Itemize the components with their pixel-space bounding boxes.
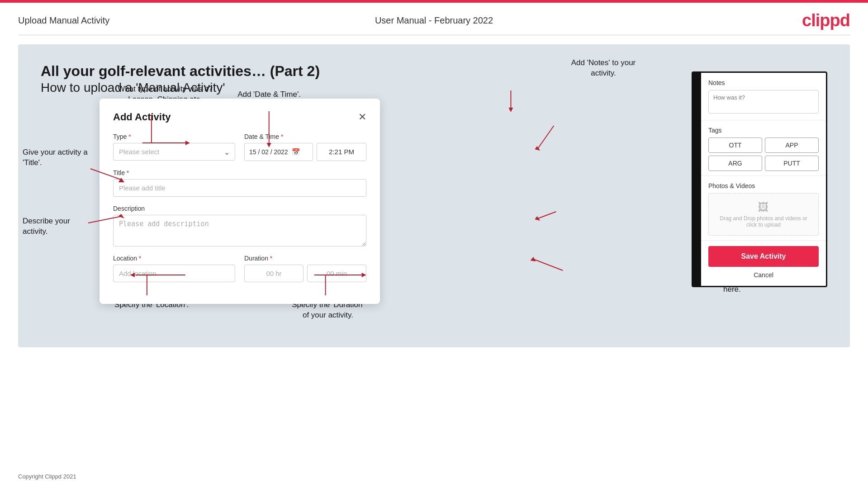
upload-area[interactable]: 🖼 Drag and Drop photos and videos or cli…: [708, 193, 819, 236]
ann-notes: Add 'Notes' to your activity.: [551, 58, 655, 79]
svg-line-19: [538, 212, 556, 218]
title-label: Title *: [113, 169, 366, 176]
title-required-star: *: [125, 169, 129, 176]
ann-description: Describe your activity.: [23, 216, 95, 237]
header-subtitle: User Manual - February 2022: [375, 15, 493, 26]
location-required-star: *: [137, 255, 141, 262]
tags-grid: OTT APP ARG PUTT: [708, 137, 819, 171]
svg-marker-16: [508, 108, 513, 112]
ann-title: Give your activity a 'Title'.: [23, 147, 104, 168]
phone-panel: Notes Tags OTT APP ARG PUTT Photos & Vid…: [692, 71, 827, 287]
form-row-title: Title *: [113, 169, 366, 197]
tags-label: Tags: [708, 127, 819, 134]
type-label: Type *: [113, 133, 235, 140]
add-activity-modal: Add Activity ✕ Type * Please select ⌄ Da…: [100, 99, 380, 304]
panel-notes-section: Notes: [701, 73, 826, 120]
main-content: All your golf-relevant activities… (Part…: [18, 44, 850, 347]
datetime-label: Date & Time *: [244, 133, 366, 140]
type-select-wrapper: Please select ⌄: [113, 143, 235, 161]
form-row-description: Description: [113, 205, 366, 246]
tag-app[interactable]: APP: [765, 137, 819, 153]
form-group-type: Type * Please select ⌄: [113, 133, 235, 161]
duration-label: Duration *: [244, 255, 366, 262]
datetime-wrapper: 15 / 02 / 2022 📅 2:21 PM: [244, 143, 366, 161]
svg-marker-22: [530, 257, 536, 261]
form-group-duration: Duration *: [244, 255, 366, 282]
notes-textarea[interactable]: [708, 90, 819, 114]
date-input[interactable]: 15 / 02 / 2022 📅: [244, 143, 313, 161]
form-group-location: Location *: [113, 255, 235, 282]
upload-icon: 🖼: [713, 201, 814, 213]
type-select[interactable]: Please select: [113, 143, 235, 161]
copyright: Copyright Clippd 2021: [18, 473, 76, 480]
date-value: 15 / 02 / 2022: [249, 148, 288, 156]
save-activity-button[interactable]: Save Activity: [708, 246, 819, 267]
modal-close-button[interactable]: ✕: [358, 112, 366, 122]
photos-label: Photos & Videos: [708, 182, 819, 190]
location-label: Location *: [113, 255, 235, 262]
duration-required-star: *: [268, 255, 272, 262]
modal-title: Add Activity: [113, 111, 171, 123]
tag-arg[interactable]: ARG: [708, 156, 762, 171]
svg-marker-20: [535, 216, 540, 221]
form-row-type-datetime: Type * Please select ⌄ Date & Time * 15 …: [113, 133, 366, 161]
description-input[interactable]: [113, 215, 366, 246]
calendar-icon: 📅: [292, 148, 300, 156]
description-label: Description: [113, 205, 366, 212]
phone-screen: Notes Tags OTT APP ARG PUTT Photos & Vid…: [692, 71, 827, 287]
title-input[interactable]: [113, 179, 366, 197]
svg-line-17: [538, 126, 554, 148]
phone-sidebar: [693, 73, 701, 286]
form-group-title: Title *: [113, 169, 366, 197]
duration-hr-input[interactable]: [244, 265, 304, 282]
svg-marker-18: [535, 146, 540, 151]
logo: clippd: [802, 11, 850, 30]
svg-line-21: [533, 259, 563, 270]
header-divider: [18, 35, 850, 35]
header: Upload Manual Activity User Manual - Feb…: [0, 3, 868, 35]
panel-tags-section: Tags OTT APP ARG PUTT: [701, 120, 826, 176]
modal-header: Add Activity ✕: [113, 111, 366, 123]
time-value: 2:21 PM: [329, 148, 354, 156]
tag-ott[interactable]: OTT: [708, 137, 762, 153]
type-required-star: *: [127, 133, 131, 140]
phone-content: Notes Tags OTT APP ARG PUTT Photos & Vid…: [701, 73, 826, 286]
form-group-datetime: Date & Time * 15 / 02 / 2022 📅 2:21 PM: [244, 133, 366, 161]
cancel-link[interactable]: Cancel: [701, 267, 826, 286]
header-title: Upload Manual Activity: [18, 15, 109, 26]
upload-text: Drag and Drop photos and videos or click…: [713, 215, 814, 228]
location-input[interactable]: [113, 265, 235, 282]
panel-photos-section: Photos & Videos 🖼 Drag and Drop photos a…: [701, 176, 826, 241]
datetime-required-star: *: [279, 133, 283, 140]
duration-wrapper: [244, 265, 366, 282]
tag-putt[interactable]: PUTT: [765, 156, 819, 171]
duration-min-input[interactable]: [307, 265, 366, 282]
time-input[interactable]: 2:21 PM: [317, 143, 366, 161]
notes-label: Notes: [708, 79, 819, 86]
form-row-location-duration: Location * Duration *: [113, 255, 366, 282]
form-group-description: Description: [113, 205, 366, 246]
